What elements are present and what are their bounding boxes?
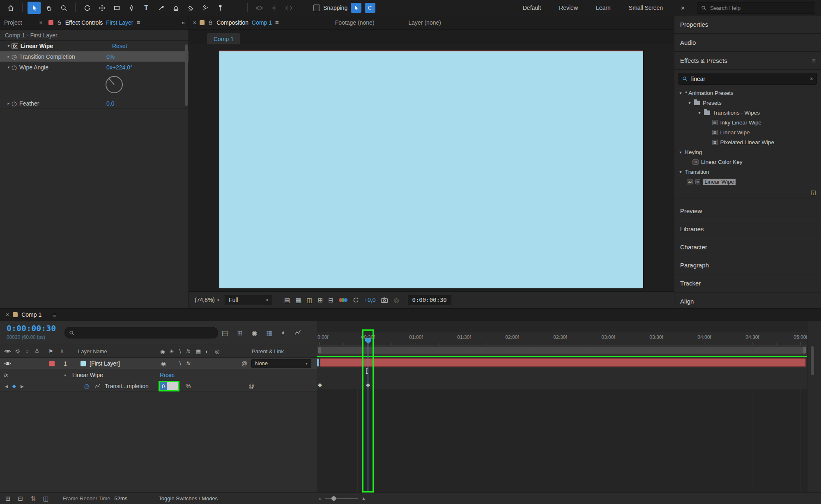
composition-mini-flowchart-icon[interactable]: ▤ [222, 329, 228, 337]
time-navigator[interactable] [317, 345, 807, 357]
stopwatch-icon[interactable]: ◷ [11, 53, 17, 60]
workspace-review[interactable]: Review [559, 5, 578, 11]
reset-link[interactable]: Reset [160, 372, 175, 378]
grid-guides-icon[interactable]: ⊟ [328, 297, 333, 303]
hand-tool-icon[interactable] [42, 2, 55, 14]
wipe-angle-row[interactable]: ▾ ◷ Wipe Angle 0x+224,0° [0, 62, 189, 72]
tree-preset-linear-wipe[interactable]: ▧ Linear Wipe [674, 127, 821, 137]
type-tool-icon[interactable]: T [140, 2, 153, 14]
chevron-down-icon[interactable]: ▾ [6, 44, 11, 48]
panel-header-character[interactable]: Character [674, 238, 821, 256]
motion-blur-icon[interactable]: ◐ [282, 329, 286, 336]
pan-behind-tool-icon[interactable] [95, 2, 108, 14]
chevron-right-icon[interactable]: ▸ [6, 54, 11, 59]
tab-project[interactable]: Project [4, 19, 22, 26]
roto-brush-tool-icon[interactable] [199, 2, 212, 14]
zoom-slider-track[interactable] [325, 498, 358, 499]
resolution-dropdown[interactable]: Full ▾ [225, 295, 272, 305]
tab-composition[interactable]: Composition [216, 19, 248, 26]
tree-folder-transitions-wipes[interactable]: ▾ Transitions - Wipes [674, 108, 821, 117]
layer-row[interactable]: 1 [First Layer] ◉ ∖ fx @ None ▾ [0, 358, 317, 369]
chevron-down-icon[interactable]: ▾ [64, 373, 66, 377]
layer-in-point[interactable] [317, 359, 319, 366]
transparency-grid-icon[interactable]: ▦ [295, 297, 301, 303]
chevron-down-icon[interactable]: ▾ [678, 170, 683, 174]
workspace-learn[interactable]: Learn [596, 5, 611, 11]
expand-layers-icon[interactable]: ⊞ [5, 495, 11, 502]
puppet-pin-tool-icon[interactable] [214, 2, 227, 14]
effect-row[interactable]: fx ▾ Linear Wipe Reset [0, 369, 317, 381]
reset-exposure-icon[interactable] [353, 297, 359, 303]
panel-header-effects-presets[interactable]: Effects & Presets ≡ [674, 52, 821, 70]
property-value[interactable]: 0% [106, 53, 115, 60]
orbit-camera-tool-icon[interactable] [253, 2, 266, 14]
tab-effect-controls[interactable]: Effect Controls [65, 19, 103, 26]
panel-overflow-icon[interactable]: » [182, 19, 184, 26]
current-timecode[interactable]: 0:00:00:30 [7, 323, 56, 333]
rotate-tool-icon[interactable] [80, 2, 94, 14]
lock-column-icon[interactable] [34, 349, 39, 354]
previous-keyframe-icon[interactable]: ◀ [5, 384, 8, 389]
dolly-camera-tool-icon[interactable] [282, 2, 295, 14]
close-icon[interactable]: × [39, 19, 43, 26]
effects-search-input[interactable] [690, 75, 807, 83]
eraser-tool-icon[interactable] [184, 2, 197, 14]
selection-tool-icon[interactable] [28, 2, 41, 14]
shape-tool-icon[interactable] [110, 2, 123, 14]
eye-icon[interactable] [4, 361, 11, 366]
panel-menu-icon[interactable]: ≡ [812, 57, 815, 64]
eye-column-icon[interactable] [4, 349, 11, 354]
tree-category-keying[interactable]: ▾ Keying [674, 147, 821, 157]
time-ruler[interactable]: 0:00f 00:30f 01:00f 01:30f 02:00f 02:30f… [317, 332, 807, 345]
panel-menu-icon[interactable]: ≡ [53, 311, 56, 318]
chevron-right-icon[interactable]: ▸ [6, 101, 11, 106]
panel-menu-icon[interactable]: ≡ [275, 19, 278, 26]
exposure-value[interactable]: +0,0 [364, 297, 376, 303]
pen-tool-icon[interactable] [125, 2, 138, 14]
workspace-small-screen[interactable]: Small Screen [629, 5, 663, 11]
zoom-in-mountain-icon[interactable]: ▲ [361, 495, 366, 502]
comp-timecode[interactable]: 0:00:00:30 [408, 295, 451, 305]
collapse-layers-icon[interactable]: ⊟ [18, 495, 23, 502]
tab-layer[interactable]: Layer (none) [409, 19, 441, 26]
snap-option-box-icon[interactable] [365, 3, 375, 13]
layer-name-column-header[interactable]: Layer Name [78, 348, 107, 354]
chevron-down-icon[interactable]: ▾ [678, 150, 683, 154]
stopwatch-icon-active[interactable]: ◷ [84, 382, 90, 390]
next-keyframe-icon[interactable]: ▶ [21, 384, 24, 389]
channel-color-icon[interactable] [339, 298, 347, 302]
property-graph-icon[interactable] [94, 383, 101, 389]
tab-footage[interactable]: Footage (none) [335, 19, 375, 26]
parent-dropdown[interactable]: None ▾ [251, 359, 311, 368]
reset-link[interactable]: Reset [112, 43, 127, 49]
layer-shy-switch[interactable]: ◉ [161, 360, 166, 367]
audio-column-icon[interactable] [15, 349, 21, 354]
snapping-checkbox[interactable] [313, 5, 320, 11]
composition-canvas[interactable] [219, 51, 643, 288]
chevron-down-icon[interactable]: ▾ [688, 101, 692, 105]
chevron-down-icon[interactable]: ▾ [6, 65, 11, 69]
adjustment-switch-icon[interactable]: ◎ [215, 348, 219, 354]
fx-switch-icon[interactable]: fx [186, 348, 190, 354]
motion-blur-switch-icon[interactable]: ◐ [205, 348, 209, 354]
viewer-tab-comp1[interactable]: Comp 1 [207, 33, 240, 44]
panel-header-audio[interactable]: Audio [674, 34, 821, 52]
workspace-default[interactable]: Default [523, 5, 541, 11]
scrollbar-thumb[interactable] [811, 346, 814, 375]
quality-switch-icon[interactable]: ∖ [178, 348, 182, 354]
stopwatch-icon[interactable]: ◷ [11, 64, 17, 70]
graph-editor-icon[interactable] [294, 329, 301, 336]
clear-search-icon[interactable]: × [810, 76, 813, 82]
region-of-interest-icon[interactable]: ⊞ [318, 297, 323, 303]
chevron-down-icon[interactable]: ▾ [678, 91, 683, 95]
layer-name[interactable]: [First Layer] [90, 360, 120, 367]
transition-completion-row[interactable]: ▸ ◷ Transition Completion 0% [0, 51, 189, 62]
clone-stamp-tool-icon[interactable] [169, 2, 182, 14]
timeline-effect-name[interactable]: Linear Wipe [72, 372, 103, 378]
property-value[interactable]: 0x+224,0° [106, 64, 133, 71]
tree-preset-inky-linear-wipe[interactable]: ▧ Inky Linear Wipe [674, 117, 821, 127]
layer-fx-switch[interactable]: fx [186, 361, 190, 366]
panel-header-libraries[interactable]: Libraries [674, 220, 821, 238]
expression-pickwhip-icon[interactable]: @ [248, 383, 254, 389]
show-snapshot-icon[interactable]: ◎ [393, 297, 399, 303]
